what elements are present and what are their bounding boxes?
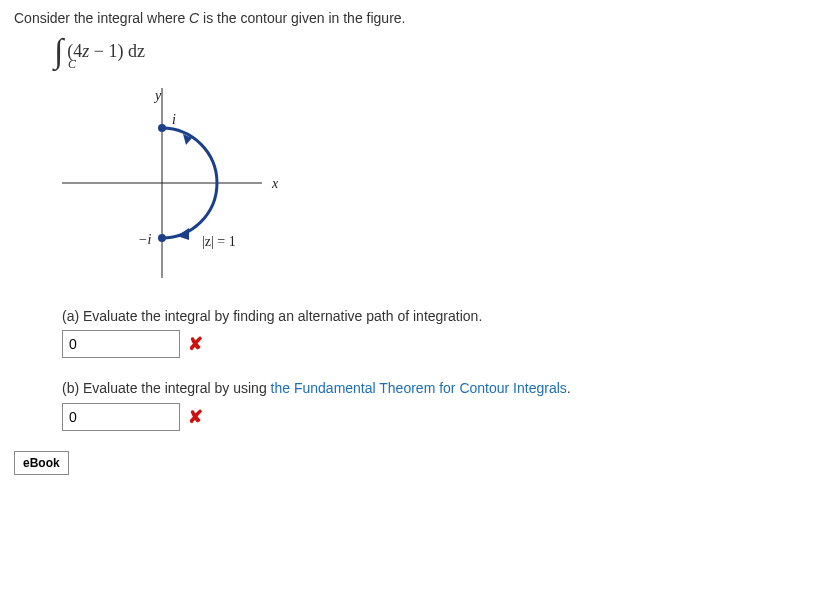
part-b-prompt: (b) Evaluate the integral by using the F… bbox=[62, 378, 823, 398]
part-b-answer-row: ✘ bbox=[62, 403, 823, 431]
integral-sign: ∫ C bbox=[54, 34, 63, 68]
wrong-icon: ✘ bbox=[188, 408, 203, 426]
top-point-label: i bbox=[172, 112, 176, 127]
constant: 1 bbox=[109, 41, 118, 61]
fundamental-theorem-link[interactable]: the Fundamental Theorem for Contour Inte… bbox=[271, 380, 567, 396]
differential: dz bbox=[128, 41, 145, 61]
part-a-prompt: (a) Evaluate the integral by finding an … bbox=[62, 306, 823, 326]
y-axis-label: y bbox=[153, 88, 162, 103]
integral-contour-subscript: C bbox=[68, 58, 76, 70]
part-b-pre: (b) Evaluate the integral by using bbox=[62, 380, 271, 396]
integral-expression: ∫ C (4z − 1) dz bbox=[54, 34, 823, 68]
variable-z: z bbox=[82, 41, 89, 61]
part-a-answer-row: ✘ bbox=[62, 330, 823, 358]
wrong-icon: ✘ bbox=[188, 335, 203, 353]
question-prompt: Consider the integral where C is the con… bbox=[14, 10, 823, 26]
part-b-answer-input[interactable] bbox=[62, 403, 180, 431]
contour-var: C bbox=[189, 10, 199, 26]
part-a-answer-input[interactable] bbox=[62, 330, 180, 358]
prompt-pre: Consider the integral where bbox=[14, 10, 189, 26]
part-a-text: (a) Evaluate the integral by finding an … bbox=[62, 308, 482, 324]
part-b-post: . bbox=[567, 380, 571, 396]
contour-figure: y x i −i |z| = 1 bbox=[52, 78, 823, 288]
prompt-post: is the contour given in the figure. bbox=[199, 10, 405, 26]
svg-point-2 bbox=[158, 124, 166, 132]
bottom-point-label: −i bbox=[138, 232, 151, 247]
modulus-label: |z| = 1 bbox=[202, 234, 236, 249]
x-axis-label: x bbox=[271, 176, 279, 191]
integrand: (4z − 1) dz bbox=[67, 41, 145, 62]
ebook-button[interactable]: eBook bbox=[14, 451, 69, 475]
svg-point-3 bbox=[158, 234, 166, 242]
